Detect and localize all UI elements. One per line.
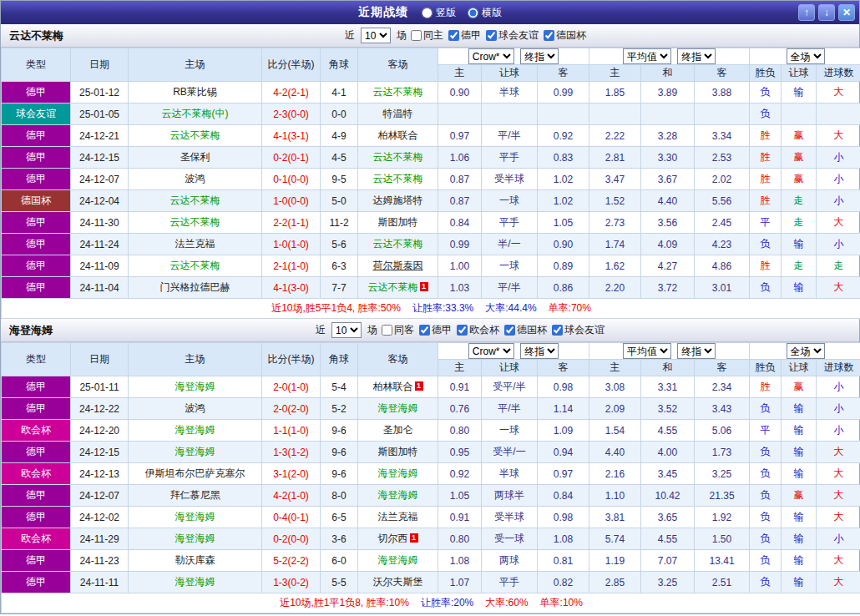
league-badge: 德甲 (2, 169, 71, 190)
avg-away: 3.43 (695, 398, 750, 420)
checkbox-input[interactable] (411, 30, 422, 41)
red-card-badge: 1 (410, 533, 418, 543)
team-name-text: 海登海姆 (175, 511, 215, 523)
away-team: 沃尔夫斯堡 (358, 572, 438, 593)
filter-checkbox[interactable]: 欧会杯 (457, 323, 499, 337)
scroll-up-button[interactable]: ↑ (798, 4, 815, 21)
filter-checkbox[interactable]: 球会友谊 (552, 323, 605, 337)
team-name-text: 海登海姆 (175, 576, 215, 588)
close-button[interactable]: ✕ (838, 4, 855, 21)
filter-checkbox[interactable]: 球会友谊 (486, 28, 539, 43)
odds-home: 0.97 (438, 125, 482, 147)
section-werder-bremen: 云达不莱梅 近 10 场 同主德甲球会友谊德国杯 类型 日期 主场 比分(半 (1, 24, 859, 319)
team-name-text: 云达不莱梅 (170, 194, 220, 206)
odds-handicap: 一球 (482, 190, 538, 212)
avg-odds-select[interactable]: 平均值 (623, 48, 671, 64)
avg-draw: 3.52 (641, 398, 695, 420)
filter-checkbox[interactable]: 同主 (411, 28, 443, 43)
titlebar: 近期战绩 竖版横版 ↑ ↓ ✕ (1, 1, 859, 24)
col-result: 胜负 (750, 65, 782, 82)
match-row: 德甲24-12-15海登海姆1-3(1-2)9-6斯图加特0.95受半/一0.9… (2, 442, 860, 463)
league-badge: 德甲 (2, 572, 71, 593)
layout-radio[interactable]: 横版 (468, 6, 502, 20)
odds-away: 1.05 (538, 212, 589, 234)
recent-count-select[interactable]: 10 (331, 322, 362, 338)
handicap-result-cell: 输 (782, 82, 817, 104)
avg-final-select[interactable]: 终指 (677, 343, 716, 359)
avg-draw (641, 104, 695, 125)
score-halftime: 1-0(0-0) (262, 190, 321, 212)
odds-away: 1.14 (538, 398, 589, 420)
checkbox-input[interactable] (419, 325, 430, 336)
section-header: 海登海姆 近 10 场 同客德甲欧会杯德国杯球会友谊 (1, 319, 859, 342)
filter-checkbox[interactable]: 同客 (382, 323, 414, 337)
goals-result-cell: 大 (817, 550, 860, 572)
col-home: 主场 (129, 48, 262, 82)
checkbox-input[interactable] (382, 325, 392, 336)
filter-checkbox[interactable]: 德甲 (448, 28, 481, 43)
score-halftime: 3-1(2-0) (262, 463, 321, 485)
odds-home: 0.99 (438, 234, 482, 255)
score-halftime: 0-2(0-1) (262, 147, 321, 169)
odds-away: 0.83 (538, 147, 589, 169)
avg-away: 2.53 (695, 147, 750, 169)
odds-handicap: 平/半 (482, 277, 538, 299)
away-team: 法兰克福 (358, 507, 438, 528)
avg-draw: 4.00 (641, 442, 695, 463)
score-halftime: 0-4(0-1) (262, 507, 321, 528)
scope-select[interactable]: 全场 (787, 48, 825, 64)
section-team-name: 云达不莱梅 (1, 28, 72, 43)
radio-input[interactable] (422, 8, 433, 18)
odds-provider-select[interactable]: Crow* (468, 343, 514, 359)
corner-score: 6-3 (321, 255, 358, 277)
odds-handicap: 半球 (482, 463, 538, 485)
filter-checkbox[interactable]: 德国杯 (544, 28, 586, 43)
team-name-text: 切尔西 (378, 533, 408, 544)
checkbox-input[interactable] (486, 30, 497, 41)
score-halftime: 4-1(3-0) (262, 277, 321, 299)
checkbox-input[interactable] (457, 325, 468, 336)
league-badge: 德甲 (2, 277, 71, 299)
odds-home: 1.03 (438, 277, 482, 299)
scope-select[interactable]: 全场 (787, 343, 825, 359)
match-date: 24-11-11 (71, 572, 129, 593)
checkbox-input[interactable] (448, 30, 459, 41)
avg-odds-select[interactable]: 平均值 (623, 343, 671, 359)
col-avg-away: 客 (695, 360, 750, 376)
team-name-text: 海登海姆 (175, 424, 215, 436)
final-odds-select[interactable]: 终指 (520, 48, 559, 64)
avg-final-select[interactable]: 终指 (677, 48, 716, 64)
filter-checkbox[interactable]: 德国杯 (504, 323, 547, 337)
col-odds-handicap: 让球 (482, 360, 538, 376)
corner-score: 5-0 (321, 190, 358, 212)
goals-result-cell: 小 (817, 147, 860, 169)
recent-count-select[interactable]: 10 (361, 28, 391, 43)
handicap-result-cell (782, 104, 817, 125)
match-date: 24-12-02 (71, 507, 129, 528)
layout-radio[interactable]: 竖版 (422, 6, 456, 20)
scroll-down-button[interactable]: ↓ (818, 4, 835, 21)
checkbox-input[interactable] (552, 325, 563, 336)
filter-checkbox[interactable]: 德甲 (419, 323, 452, 337)
odds-away: 1.08 (538, 528, 589, 550)
handicap-result-cell: 输 (782, 420, 817, 442)
goals-result-cell: 小 (817, 528, 860, 550)
handicap-result-cell: 走 (782, 255, 817, 277)
odds-away: 0.82 (538, 572, 589, 593)
checkbox-input[interactable] (504, 325, 515, 336)
checkbox-input[interactable] (544, 30, 554, 41)
team-name-text: 门兴格拉德巴赫 (160, 281, 230, 293)
col-home: 主场 (129, 343, 262, 376)
goals-result-cell (817, 104, 860, 125)
team-name-text: 法兰克福 (175, 238, 215, 250)
checkbox-label-text: 球会友谊 (564, 323, 605, 337)
odds-provider-select[interactable]: Crow* (468, 48, 514, 64)
radio-input[interactable] (468, 8, 478, 18)
home-team: 拜仁慕尼黑 (129, 485, 262, 507)
page-title: 近期战绩 (358, 5, 408, 20)
final-odds-select[interactable]: 终指 (520, 343, 559, 359)
filter-bar: 近 10 场 同客德甲欧会杯德国杯球会友谊 (61, 322, 859, 338)
goals-result-cell: 大 (817, 82, 860, 104)
away-team: 特温特 (358, 104, 438, 125)
odds-home: 1.06 (438, 147, 482, 169)
